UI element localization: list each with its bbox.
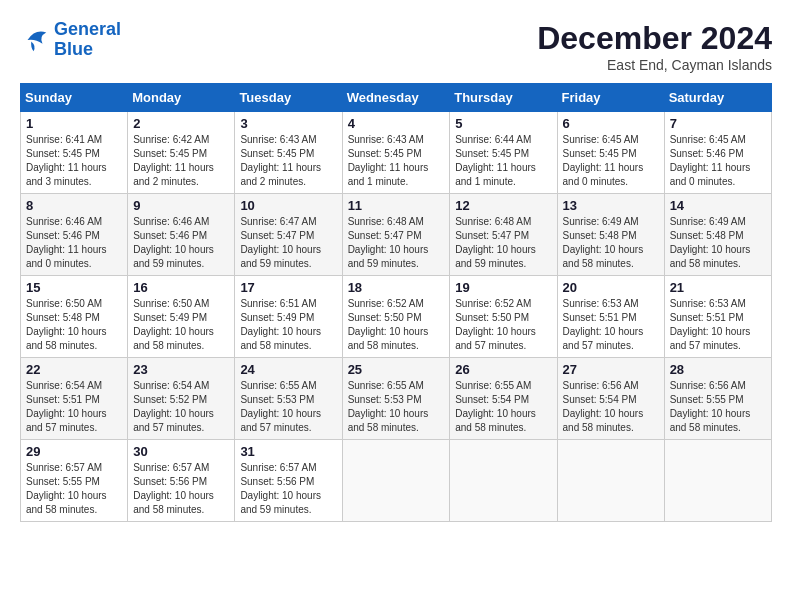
calendar-cell: 10Sunrise: 6:47 AMSunset: 5:47 PMDayligh… <box>235 194 342 276</box>
calendar-cell: 24Sunrise: 6:55 AMSunset: 5:53 PMDayligh… <box>235 358 342 440</box>
day-number: 3 <box>240 116 336 131</box>
calendar-cell <box>664 440 771 522</box>
day-number: 14 <box>670 198 766 213</box>
calendar-cell: 27Sunrise: 6:56 AMSunset: 5:54 PMDayligh… <box>557 358 664 440</box>
page-header: General Blue December 2024 East End, Cay… <box>20 20 772 73</box>
day-info: Sunrise: 6:41 AMSunset: 5:45 PMDaylight:… <box>26 133 122 189</box>
weekday-header-wednesday: Wednesday <box>342 84 450 112</box>
day-info: Sunrise: 6:48 AMSunset: 5:47 PMDaylight:… <box>455 215 551 271</box>
day-number: 5 <box>455 116 551 131</box>
calendar-cell: 2Sunrise: 6:42 AMSunset: 5:45 PMDaylight… <box>128 112 235 194</box>
day-info: Sunrise: 6:55 AMSunset: 5:53 PMDaylight:… <box>240 379 336 435</box>
day-number: 20 <box>563 280 659 295</box>
day-number: 2 <box>133 116 229 131</box>
day-number: 26 <box>455 362 551 377</box>
calendar-cell: 9Sunrise: 6:46 AMSunset: 5:46 PMDaylight… <box>128 194 235 276</box>
day-info: Sunrise: 6:56 AMSunset: 5:55 PMDaylight:… <box>670 379 766 435</box>
calendar-week-row: 1Sunrise: 6:41 AMSunset: 5:45 PMDaylight… <box>21 112 772 194</box>
calendar-week-row: 22Sunrise: 6:54 AMSunset: 5:51 PMDayligh… <box>21 358 772 440</box>
day-number: 7 <box>670 116 766 131</box>
day-info: Sunrise: 6:49 AMSunset: 5:48 PMDaylight:… <box>563 215 659 271</box>
day-info: Sunrise: 6:54 AMSunset: 5:52 PMDaylight:… <box>133 379 229 435</box>
day-info: Sunrise: 6:44 AMSunset: 5:45 PMDaylight:… <box>455 133 551 189</box>
day-info: Sunrise: 6:53 AMSunset: 5:51 PMDaylight:… <box>670 297 766 353</box>
day-number: 29 <box>26 444 122 459</box>
day-number: 21 <box>670 280 766 295</box>
day-info: Sunrise: 6:52 AMSunset: 5:50 PMDaylight:… <box>455 297 551 353</box>
day-number: 31 <box>240 444 336 459</box>
calendar-cell: 17Sunrise: 6:51 AMSunset: 5:49 PMDayligh… <box>235 276 342 358</box>
day-info: Sunrise: 6:57 AMSunset: 5:56 PMDaylight:… <box>133 461 229 517</box>
weekday-header-friday: Friday <box>557 84 664 112</box>
calendar-cell: 7Sunrise: 6:45 AMSunset: 5:46 PMDaylight… <box>664 112 771 194</box>
calendar-cell: 8Sunrise: 6:46 AMSunset: 5:46 PMDaylight… <box>21 194 128 276</box>
weekday-header-sunday: Sunday <box>21 84 128 112</box>
calendar-cell: 6Sunrise: 6:45 AMSunset: 5:45 PMDaylight… <box>557 112 664 194</box>
day-number: 16 <box>133 280 229 295</box>
day-info: Sunrise: 6:57 AMSunset: 5:56 PMDaylight:… <box>240 461 336 517</box>
day-number: 15 <box>26 280 122 295</box>
calendar-cell: 19Sunrise: 6:52 AMSunset: 5:50 PMDayligh… <box>450 276 557 358</box>
day-info: Sunrise: 6:43 AMSunset: 5:45 PMDaylight:… <box>348 133 445 189</box>
calendar-cell: 1Sunrise: 6:41 AMSunset: 5:45 PMDaylight… <box>21 112 128 194</box>
day-info: Sunrise: 6:56 AMSunset: 5:54 PMDaylight:… <box>563 379 659 435</box>
logo-text: General Blue <box>54 20 121 60</box>
day-info: Sunrise: 6:45 AMSunset: 5:46 PMDaylight:… <box>670 133 766 189</box>
calendar-cell: 15Sunrise: 6:50 AMSunset: 5:48 PMDayligh… <box>21 276 128 358</box>
calendar-cell: 23Sunrise: 6:54 AMSunset: 5:52 PMDayligh… <box>128 358 235 440</box>
calendar-cell: 18Sunrise: 6:52 AMSunset: 5:50 PMDayligh… <box>342 276 450 358</box>
day-info: Sunrise: 6:49 AMSunset: 5:48 PMDaylight:… <box>670 215 766 271</box>
day-info: Sunrise: 6:55 AMSunset: 5:54 PMDaylight:… <box>455 379 551 435</box>
day-number: 9 <box>133 198 229 213</box>
calendar-table: SundayMondayTuesdayWednesdayThursdayFrid… <box>20 83 772 522</box>
calendar-cell: 5Sunrise: 6:44 AMSunset: 5:45 PMDaylight… <box>450 112 557 194</box>
weekday-header-row: SundayMondayTuesdayWednesdayThursdayFrid… <box>21 84 772 112</box>
logo: General Blue <box>20 20 121 60</box>
day-number: 18 <box>348 280 445 295</box>
day-number: 19 <box>455 280 551 295</box>
location-title: East End, Cayman Islands <box>537 57 772 73</box>
calendar-cell <box>342 440 450 522</box>
calendar-cell: 16Sunrise: 6:50 AMSunset: 5:49 PMDayligh… <box>128 276 235 358</box>
day-info: Sunrise: 6:48 AMSunset: 5:47 PMDaylight:… <box>348 215 445 271</box>
day-number: 24 <box>240 362 336 377</box>
title-block: December 2024 East End, Cayman Islands <box>537 20 772 73</box>
day-info: Sunrise: 6:52 AMSunset: 5:50 PMDaylight:… <box>348 297 445 353</box>
day-number: 1 <box>26 116 122 131</box>
calendar-week-row: 8Sunrise: 6:46 AMSunset: 5:46 PMDaylight… <box>21 194 772 276</box>
day-number: 4 <box>348 116 445 131</box>
calendar-cell: 12Sunrise: 6:48 AMSunset: 5:47 PMDayligh… <box>450 194 557 276</box>
calendar-cell: 11Sunrise: 6:48 AMSunset: 5:47 PMDayligh… <box>342 194 450 276</box>
calendar-cell: 20Sunrise: 6:53 AMSunset: 5:51 PMDayligh… <box>557 276 664 358</box>
day-info: Sunrise: 6:43 AMSunset: 5:45 PMDaylight:… <box>240 133 336 189</box>
day-info: Sunrise: 6:53 AMSunset: 5:51 PMDaylight:… <box>563 297 659 353</box>
day-number: 11 <box>348 198 445 213</box>
calendar-week-row: 29Sunrise: 6:57 AMSunset: 5:55 PMDayligh… <box>21 440 772 522</box>
day-number: 28 <box>670 362 766 377</box>
day-info: Sunrise: 6:50 AMSunset: 5:48 PMDaylight:… <box>26 297 122 353</box>
calendar-cell: 21Sunrise: 6:53 AMSunset: 5:51 PMDayligh… <box>664 276 771 358</box>
day-info: Sunrise: 6:51 AMSunset: 5:49 PMDaylight:… <box>240 297 336 353</box>
calendar-cell <box>557 440 664 522</box>
calendar-cell: 3Sunrise: 6:43 AMSunset: 5:45 PMDaylight… <box>235 112 342 194</box>
calendar-cell: 28Sunrise: 6:56 AMSunset: 5:55 PMDayligh… <box>664 358 771 440</box>
logo-line2: Blue <box>54 39 93 59</box>
day-info: Sunrise: 6:46 AMSunset: 5:46 PMDaylight:… <box>26 215 122 271</box>
day-info: Sunrise: 6:54 AMSunset: 5:51 PMDaylight:… <box>26 379 122 435</box>
day-number: 10 <box>240 198 336 213</box>
calendar-cell <box>450 440 557 522</box>
day-info: Sunrise: 6:55 AMSunset: 5:53 PMDaylight:… <box>348 379 445 435</box>
month-title: December 2024 <box>537 20 772 57</box>
calendar-cell: 13Sunrise: 6:49 AMSunset: 5:48 PMDayligh… <box>557 194 664 276</box>
calendar-cell: 4Sunrise: 6:43 AMSunset: 5:45 PMDaylight… <box>342 112 450 194</box>
day-info: Sunrise: 6:45 AMSunset: 5:45 PMDaylight:… <box>563 133 659 189</box>
calendar-cell: 22Sunrise: 6:54 AMSunset: 5:51 PMDayligh… <box>21 358 128 440</box>
day-info: Sunrise: 6:46 AMSunset: 5:46 PMDaylight:… <box>133 215 229 271</box>
day-number: 27 <box>563 362 659 377</box>
day-number: 6 <box>563 116 659 131</box>
day-info: Sunrise: 6:42 AMSunset: 5:45 PMDaylight:… <box>133 133 229 189</box>
day-number: 30 <box>133 444 229 459</box>
weekday-header-monday: Monday <box>128 84 235 112</box>
calendar-cell: 29Sunrise: 6:57 AMSunset: 5:55 PMDayligh… <box>21 440 128 522</box>
day-info: Sunrise: 6:47 AMSunset: 5:47 PMDaylight:… <box>240 215 336 271</box>
